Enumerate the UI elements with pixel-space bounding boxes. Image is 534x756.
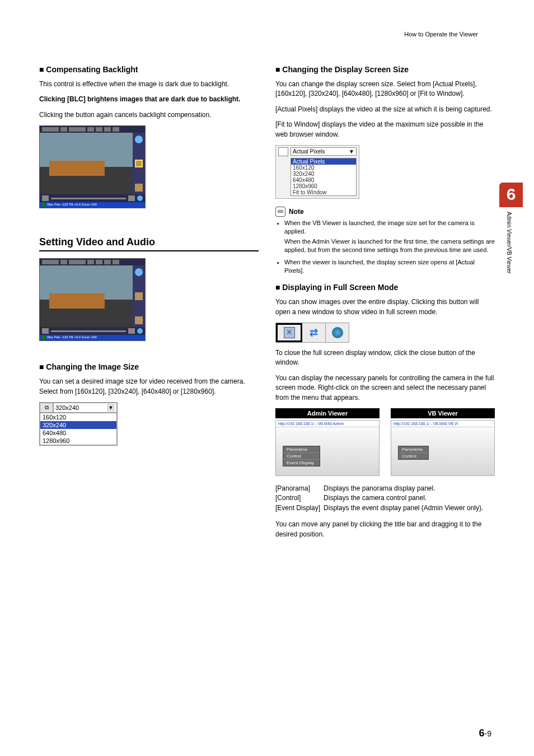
note-bullet-2: When the viewer is launched, the display… (284, 258, 495, 276)
right-column: Changing the Display Screen Size You can… (275, 62, 495, 545)
vb-viewer-title: VB Viewer (391, 408, 495, 418)
admin-viewer-title: Admin Viewer (275, 408, 380, 418)
backlight-p3: Clicking the button again cancels backli… (39, 110, 259, 120)
display-size-options[interactable]: Actual Pixels 160x120 320x240 640x480 12… (291, 158, 357, 196)
image-size-option[interactable]: 640x480 (40, 429, 116, 437)
chapter-tab: 6 Admin Viewer/VB Viewer (499, 183, 523, 291)
page-number-chapter: 6 (479, 727, 485, 739)
backlight-p2: Clicking [BLC] brightens images that are… (39, 95, 259, 104)
viewer-screenshot-av: 0fps Pan -123 Tilt +0.0 Zoom 100 (39, 258, 146, 341)
display-size-option[interactable]: Fit to Window (291, 189, 356, 195)
viewer-screenshot-backlight: 0fps Pan -123 Tilt +0.0 Zoom 100 (39, 125, 146, 208)
resolution-icon: ⧉ (40, 403, 53, 413)
display-size-option[interactable]: 160x120 (291, 165, 356, 171)
note-list: When the VB Viewer is launched, the imag… (284, 219, 495, 275)
header-breadcrumb: How to Operate the Viewer (404, 31, 478, 38)
display-size-current: Actual Pixels (293, 148, 325, 155)
heading-av: Setting Video and Audio (39, 236, 259, 251)
def-val: Displays the event display panel (Admin … (324, 503, 486, 513)
display-size-option[interactable]: 320x240 (291, 171, 356, 177)
image-size-current: 320x240 (55, 404, 79, 411)
expand-icon (284, 327, 295, 338)
dispsize-p1: You can change the display screen size. … (275, 80, 495, 99)
side-button-icon (135, 316, 143, 324)
vb-viewer-url: http://192.168.100.1/ - VB-M40 VB Vi (391, 421, 494, 427)
display-icon (278, 147, 288, 156)
chevron-down-icon[interactable]: ▼ (107, 404, 115, 412)
note-icon (275, 207, 285, 217)
side-button-icon (135, 184, 143, 192)
menu-item-panorama[interactable]: Panorama (283, 446, 320, 453)
side-indicator-icon (135, 268, 143, 276)
admin-viewer-url: http://192.168.100.1/ - VB-M40 Admin (276, 421, 379, 427)
backlight-p1: This control is effective when the image… (39, 80, 259, 89)
dispsize-p2: [Actual Pixels] displays the video at th… (275, 105, 495, 114)
note-bullet-1a: When the VB Viewer is launched, the imag… (284, 220, 475, 235)
display-size-option[interactable]: Actual Pixels (291, 158, 356, 165)
image-size-options[interactable]: 160x120 320x240 640x480 1280x960 (40, 413, 117, 445)
admin-viewer-block: Admin Viewer http://192.168.100.1/ - VB-… (275, 408, 380, 476)
menu-item-panorama[interactable]: Panorama (399, 446, 428, 453)
viewer-status: 0fps Pan -123 Tilt +0.0 Zoom 100 (40, 335, 145, 340)
viewer-status: 0fps Pan -123 Tilt +0.0 Zoom 100 (40, 202, 145, 208)
globe-icon (332, 327, 343, 338)
chapter-number: 6 (499, 183, 523, 207)
fullscreen-button[interactable] (276, 323, 302, 342)
note-bullet-1b: When the Admin Viewer is launched for th… (284, 237, 495, 255)
menu-item-event-display[interactable]: Event Display (283, 460, 320, 466)
vb-viewer-block: VB Viewer http://192.168.100.1/ - VB-M40… (391, 408, 495, 476)
fullscreen-button-row: ⇄ (275, 323, 349, 343)
menu-item-control[interactable]: Control (283, 453, 320, 460)
audio-button[interactable] (326, 323, 349, 342)
fullscreen-p4: You can move any panel by clicking the t… (275, 520, 495, 539)
def-key: [Panorama] (275, 484, 324, 493)
def-key: [Event Display] (275, 503, 324, 513)
admin-context-menu[interactable]: Panorama Control Event Display (283, 446, 320, 466)
side-button-icon (135, 292, 143, 300)
heading-dispsize: Changing the Display Screen Size (275, 65, 495, 74)
image-size-option[interactable]: 320x240 (40, 421, 116, 429)
chevron-down-icon[interactable]: ▼ (349, 148, 354, 155)
heading-backlight: Compensating Backlight (39, 65, 259, 74)
menu-item-control[interactable]: Control (399, 453, 428, 459)
display-size-dropdown[interactable]: Actual Pixels ▼ Actual Pixels 160x120 32… (275, 145, 359, 199)
heading-imgsize: Changing the Image Size (39, 362, 259, 371)
image-size-option[interactable]: 1280x960 (40, 437, 116, 445)
fullscreen-p2: To close the full screen display window,… (275, 348, 495, 368)
def-val: Displays the camera control panel. (324, 493, 486, 503)
vb-context-menu[interactable]: Panorama Control (398, 446, 429, 460)
fullscreen-p3: You can display the necessary panels for… (275, 374, 495, 403)
dispsize-p3: [Fit to Window] displays the video at th… (275, 120, 495, 139)
image-size-option[interactable]: 160x120 (40, 413, 116, 421)
left-column: Compensating Backlight This control is e… (39, 62, 259, 545)
display-size-option[interactable]: 1280x960 (291, 183, 356, 189)
fullscreen-p1: You can show images over the entire disp… (275, 297, 495, 317)
note-label: Note (289, 208, 304, 216)
reconnect-button[interactable]: ⇄ (302, 323, 326, 342)
display-size-option[interactable]: 640x480 (291, 177, 356, 183)
def-key: [Control] (275, 493, 324, 503)
imgsize-p1: You can set a desired image size for vid… (39, 377, 259, 396)
side-indicator-icon (135, 136, 143, 143)
panel-definitions: [Panorama]Displays the panorama display … (275, 484, 486, 513)
chapter-label: Admin Viewer/VB Viewer (499, 207, 519, 291)
swap-arrows-icon: ⇄ (310, 326, 318, 339)
blc-button-icon (135, 160, 143, 167)
image-size-dropdown[interactable]: ⧉ 320x240 ▼ 160x120 320x240 640x480 1280… (39, 402, 118, 446)
page-number: 6-9 (479, 727, 491, 739)
page-number-sub: -9 (485, 729, 491, 738)
heading-fullscreen: Displaying in Full Screen Mode (275, 283, 495, 292)
def-val: Displays the panorama display panel. (324, 484, 486, 493)
